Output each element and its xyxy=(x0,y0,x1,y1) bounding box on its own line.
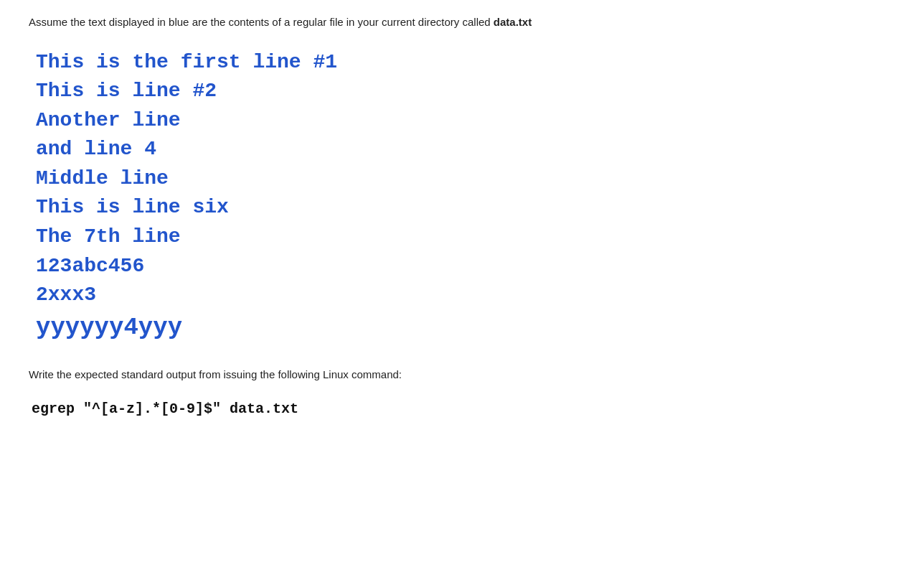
file-line-7: The 7th line xyxy=(36,223,895,252)
file-line-3: Another line xyxy=(36,106,895,136)
write-instruction: Write the expected standard output from … xyxy=(29,367,895,383)
file-line-10: yyyyyy4yyy xyxy=(36,310,895,345)
file-line-9: 2xxx3 xyxy=(36,281,895,310)
intro-paragraph: Assume the text displayed in blue are th… xyxy=(29,14,895,31)
filename-bold: data.txt xyxy=(494,16,532,28)
file-line-1: This is the first line #1 xyxy=(36,48,895,78)
intro-text-before: Assume the text displayed in blue are th… xyxy=(29,16,494,28)
command-block: egrep "^[a-z].*[0-9]$" data.txt xyxy=(32,401,895,417)
file-content-block: This is the first line #1 This is line #… xyxy=(36,48,895,346)
file-line-4: and line 4 xyxy=(36,135,895,164)
file-line-2: This is line #2 xyxy=(36,77,895,106)
file-line-5: Middle line xyxy=(36,164,895,194)
file-line-6: This is line six xyxy=(36,193,895,223)
file-line-8: 123abc456 xyxy=(36,252,895,281)
